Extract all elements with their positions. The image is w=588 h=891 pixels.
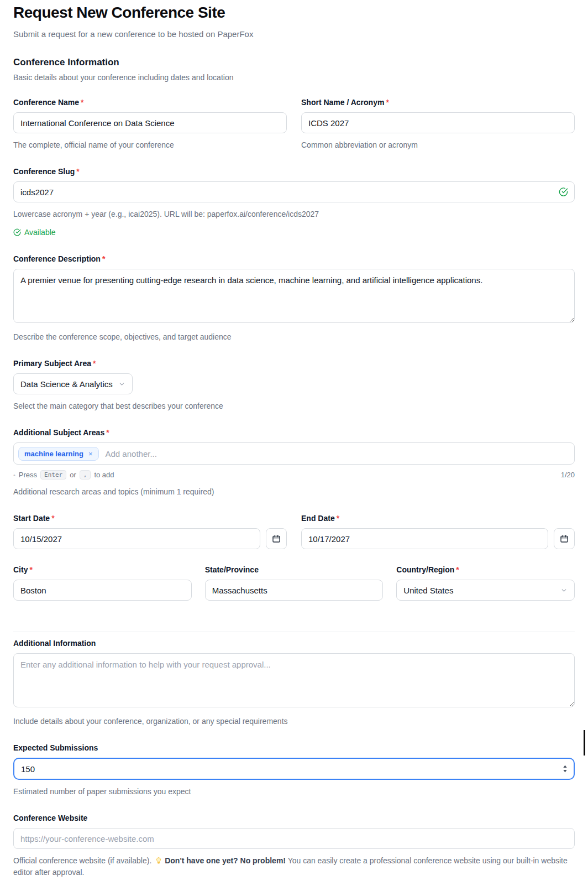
required-asterisk: * bbox=[102, 254, 105, 263]
required-asterisk: * bbox=[76, 167, 79, 176]
slug-input[interactable] bbox=[13, 181, 575, 202]
state-field: State/Province bbox=[205, 565, 384, 601]
name-acronym-row: Conference Name* The complete, official … bbox=[13, 98, 575, 151]
tag-counter: 1/20 bbox=[561, 471, 575, 479]
tag-chip-label: machine learning bbox=[24, 450, 83, 458]
comma-key-badge: , bbox=[80, 470, 91, 480]
expected-submissions-label-text: Expected Submissions bbox=[13, 743, 98, 752]
short-name-helper: Common abbreviation or acronym bbox=[301, 139, 575, 151]
short-name-field: Short Name / Acronym* Common abbreviatio… bbox=[301, 98, 575, 151]
required-asterisk: * bbox=[51, 514, 54, 523]
conference-name-label: Conference Name* bbox=[13, 98, 287, 107]
additional-subjects-helper: Additional research areas and topics (mi… bbox=[13, 486, 575, 498]
required-asterisk: * bbox=[386, 98, 389, 107]
additional-info-field: Additional Information Include details a… bbox=[13, 639, 575, 727]
description-textarea[interactable]: A premier venue for presenting cutting-e… bbox=[13, 269, 575, 323]
expected-submissions-wrap bbox=[13, 758, 575, 780]
website-input[interactable] bbox=[13, 828, 575, 849]
city-label-text: City bbox=[13, 565, 28, 574]
tag-hint-row: • Press Enter or , to add 1/20 bbox=[13, 470, 575, 480]
short-name-label: Short Name / Acronym* bbox=[301, 98, 575, 107]
expected-submissions-label: Expected Submissions bbox=[13, 743, 575, 752]
website-helper-bold: Don't have one yet? No problem! bbox=[165, 856, 286, 865]
country-label-text: Country/Region bbox=[396, 565, 454, 574]
state-label: State/Province bbox=[205, 565, 384, 574]
up-down-spinner-icon[interactable] bbox=[563, 765, 568, 773]
additional-info-textarea[interactable] bbox=[13, 653, 575, 707]
tag-hint-press: Press bbox=[19, 471, 37, 479]
primary-subject-field: Primary Subject Area* Data Science & Ana… bbox=[13, 359, 575, 412]
bullet-icon: • bbox=[13, 472, 15, 478]
expected-submissions-input[interactable] bbox=[13, 758, 575, 780]
state-label-text: State/Province bbox=[205, 565, 259, 574]
country-label: Country/Region* bbox=[396, 565, 575, 574]
state-input[interactable] bbox=[205, 580, 384, 601]
calendar-icon[interactable] bbox=[266, 528, 287, 549]
slug-label: Conference Slug* bbox=[13, 167, 575, 176]
start-date-field: Start Date* bbox=[13, 514, 287, 549]
country-field: Country/Region* United States bbox=[396, 565, 575, 601]
required-asterisk: * bbox=[456, 565, 459, 574]
primary-subject-select[interactable]: Data Science & Analytics bbox=[13, 373, 133, 394]
slug-status-badge: Available bbox=[13, 228, 56, 237]
page-subtitle: Submit a request for a new conference to… bbox=[13, 29, 575, 39]
required-asterisk: * bbox=[106, 428, 109, 437]
additional-info-helper: Include details about your conference, o… bbox=[13, 716, 575, 727]
close-icon[interactable]: × bbox=[88, 450, 93, 457]
slug-status-text: Available bbox=[24, 228, 56, 237]
conference-name-label-text: Conference Name bbox=[13, 98, 79, 107]
tag-input-placeholder: Add another... bbox=[106, 449, 157, 458]
additional-info-label: Additional Information bbox=[13, 639, 575, 648]
country-value: United States bbox=[403, 586, 453, 595]
slug-helper: Lowercase acronym + year (e.g., icai2025… bbox=[13, 209, 575, 220]
expected-submissions-field: Expected Submissions Estimated number of… bbox=[13, 743, 575, 798]
conference-name-input[interactable] bbox=[13, 112, 287, 133]
tag-hint: • Press Enter or , to add bbox=[13, 470, 114, 480]
start-date-input[interactable] bbox=[13, 528, 260, 549]
description-helper: Describe the conference scope, objective… bbox=[13, 331, 575, 343]
section-description: Basic details about your conference incl… bbox=[13, 73, 575, 82]
primary-subject-helper: Select the main category that best descr… bbox=[13, 400, 575, 412]
required-asterisk: * bbox=[81, 98, 83, 107]
short-name-input[interactable] bbox=[301, 112, 575, 133]
section-title: Conference Information bbox=[13, 57, 575, 68]
tag-chip: machine learning × bbox=[18, 447, 99, 461]
required-asterisk: * bbox=[93, 359, 96, 368]
end-date-input-row bbox=[301, 528, 575, 549]
required-asterisk: * bbox=[337, 514, 339, 523]
end-date-label: End Date* bbox=[301, 514, 575, 523]
location-row: City* State/Province Country/Region* Uni… bbox=[13, 565, 575, 601]
dates-row: Start Date* End Date* bbox=[13, 514, 575, 549]
conference-name-field: Conference Name* The complete, official … bbox=[13, 98, 287, 151]
conference-name-helper: The complete, official name of your conf… bbox=[13, 139, 287, 151]
city-input[interactable] bbox=[13, 580, 192, 601]
chevron-down-icon bbox=[118, 381, 125, 388]
chevron-down-icon bbox=[560, 587, 568, 594]
calendar-icon[interactable] bbox=[554, 528, 575, 549]
required-asterisk: * bbox=[29, 565, 32, 574]
check-circle-icon bbox=[559, 187, 568, 197]
scrollbar-thumb[interactable] bbox=[584, 730, 585, 755]
additional-info-label-text: Additional Information bbox=[13, 639, 96, 648]
description-label-text: Conference Description bbox=[13, 254, 101, 263]
page-title: Request New Conference Site bbox=[13, 3, 575, 22]
expected-submissions-helper: Estimated number of paper submissions yo… bbox=[13, 786, 575, 798]
website-label-text: Conference Website bbox=[13, 814, 87, 822]
slug-input-wrap bbox=[13, 181, 575, 202]
city-field: City* bbox=[13, 565, 192, 601]
tag-input[interactable]: machine learning × Add another... bbox=[13, 442, 575, 465]
slug-field: Conference Slug* Lowercase acronym + yea… bbox=[13, 167, 575, 238]
check-circle-icon bbox=[13, 228, 21, 236]
end-date-field: End Date* bbox=[301, 514, 575, 549]
section-divider bbox=[13, 632, 575, 632]
lightbulb-icon bbox=[155, 857, 162, 864]
country-select[interactable]: United States bbox=[396, 580, 575, 601]
start-date-label: Start Date* bbox=[13, 514, 287, 523]
tag-hint-suffix: to add bbox=[94, 471, 114, 479]
website-label: Conference Website bbox=[13, 814, 575, 822]
end-date-input[interactable] bbox=[301, 528, 548, 549]
additional-subjects-field: Additional Subject Areas* machine learni… bbox=[13, 428, 575, 498]
slug-label-text: Conference Slug bbox=[13, 167, 75, 176]
enter-key-badge: Enter bbox=[40, 470, 66, 480]
website-field: Conference Website Official conference w… bbox=[13, 814, 575, 878]
